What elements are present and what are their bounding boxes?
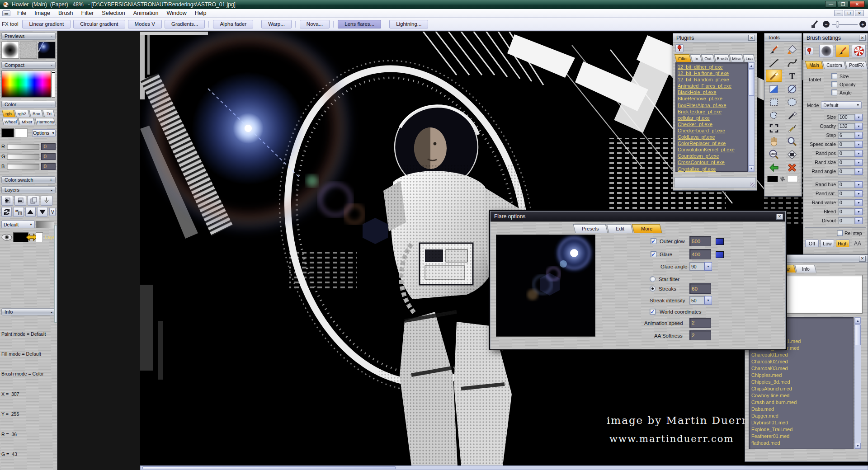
- brush-file-item[interactable]: Chippies.med: [751, 372, 851, 379]
- menu-image[interactable]: Image: [30, 9, 54, 17]
- glare-checkbox[interactable]: [651, 251, 656, 257]
- tool-zoom-100[interactable]: 100: [766, 148, 782, 160]
- plugin-item[interactable]: BoxFilterAlpha_pf.exe: [678, 102, 745, 108]
- plugins-tab-in[interactable]: In: [690, 54, 702, 62]
- minimize-button[interactable]: —: [825, 1, 837, 8]
- child-restore-button[interactable]: ❒: [844, 10, 854, 16]
- scroll-up-icon[interactable]: ▲: [855, 318, 861, 324]
- rel-step-checkbox[interactable]: [837, 230, 843, 236]
- tool-paint-brush[interactable]: [766, 43, 782, 56]
- flare-dialog-close-icon[interactable]: ✕: [776, 214, 783, 220]
- pin-icon[interactable]: [675, 44, 684, 52]
- quality-low-button[interactable]: Low: [821, 240, 834, 247]
- child-minimize-button[interactable]: —: [834, 10, 843, 16]
- panel-scrollbar[interactable]: [54, 225, 57, 323]
- menu-filter[interactable]: Filter: [77, 9, 98, 17]
- brush-file-item[interactable]: Dagger.med: [751, 413, 851, 419]
- tool-ellipse[interactable]: [784, 83, 800, 95]
- plugins-tab-brush[interactable]: Brush: [714, 54, 730, 62]
- brush-file-item[interactable]: Featherer01.med: [751, 433, 851, 440]
- scroll-up-icon[interactable]: ▲: [749, 63, 754, 69]
- plugins-tab-filter[interactable]: Filter: [675, 54, 691, 62]
- plugins-titlebar[interactable]: Plugins ✕: [673, 33, 757, 42]
- color-collapse[interactable]: -: [51, 102, 52, 107]
- streaks-value[interactable]: 60: [689, 283, 711, 294]
- color-tab-tri[interactable]: Tri: [42, 110, 55, 117]
- tool-move[interactable]: [784, 148, 800, 160]
- layer-visibility-eye-icon[interactable]: [1, 234, 12, 241]
- plugin-item[interactable]: ColdLava_pf.exe: [678, 134, 745, 140]
- rand-angle-value[interactable]: 0: [838, 168, 855, 175]
- brush-tip-preview[interactable]: [1, 42, 19, 59]
- plugin-item[interactable]: BlueRemove_pf.exe: [678, 95, 745, 102]
- brush-file-item[interactable]: Crash and burn.med: [751, 399, 851, 406]
- brush-file-item[interactable]: Cowboy line.med: [751, 392, 851, 399]
- plugins-tab-lua[interactable]: Lua: [743, 54, 755, 62]
- tool-eyedropper[interactable]: [784, 122, 800, 134]
- tool-fx-brush[interactable]: [766, 70, 782, 82]
- pen-pressure-icon[interactable]: [810, 19, 820, 29]
- r-value[interactable]: 0: [41, 143, 56, 150]
- plugin-item[interactable]: Countdown_pf.exe: [678, 153, 745, 159]
- color-swatch-header[interactable]: Color swatch +: [1, 176, 56, 183]
- close-button[interactable]: ✕: [849, 1, 865, 8]
- rand-size-dropdown-icon[interactable]: [855, 159, 863, 166]
- tablet-angle-checkbox[interactable]: [831, 89, 837, 95]
- rand-hue-dropdown-icon[interactable]: [855, 181, 863, 188]
- zoom-in-button[interactable]: +: [859, 21, 866, 28]
- brush-file-item[interactable]: Chippies_3d.med: [751, 379, 851, 385]
- add-layer-button[interactable]: [1, 196, 13, 206]
- color-options-button[interactable]: Options▼: [32, 129, 56, 137]
- layer-up-button[interactable]: [25, 207, 36, 217]
- bleed-dropdown-icon[interactable]: [855, 208, 863, 215]
- rand-value-dropdown-icon[interactable]: [855, 199, 863, 206]
- tool-rect-select[interactable]: [766, 96, 782, 108]
- menu-brush[interactable]: Brush: [54, 9, 77, 17]
- opacity-value[interactable]: 132: [838, 123, 855, 130]
- speed-scale-value[interactable]: 0: [838, 141, 855, 148]
- tools-secondary-swatch[interactable]: [787, 176, 798, 182]
- remove-layer-button[interactable]: [14, 196, 26, 206]
- toolbar-nova[interactable]: Nova...: [300, 20, 330, 28]
- layer-down-button[interactable]: [37, 207, 47, 217]
- toolbar-modes[interactable]: Modes V: [128, 20, 162, 28]
- toolbar-gradients[interactable]: Gradients...: [165, 20, 205, 28]
- outer-glow-value[interactable]: 500: [689, 236, 711, 246]
- tool-text[interactable]: T: [784, 70, 800, 82]
- glare-color-swatch[interactable]: [716, 251, 724, 258]
- flare-tab-presets[interactable]: Presets: [573, 224, 608, 233]
- brush-settings-titlebar[interactable]: Brush settings ✕: [803, 33, 868, 42]
- brush-tip-button[interactable]: [819, 45, 833, 57]
- color-tab-rgb2[interactable]: rgb2: [14, 110, 30, 117]
- size-value[interactable]: 100: [838, 114, 855, 121]
- tool-zoom[interactable]: [784, 135, 800, 147]
- previews-header[interactable]: Previews -: [1, 33, 56, 40]
- color-tab-box[interactable]: Box: [29, 110, 43, 117]
- tool-line[interactable]: [766, 56, 782, 69]
- rand-pos-dropdown-icon[interactable]: [855, 150, 863, 157]
- merge-down-button[interactable]: [41, 196, 52, 206]
- plugin-item[interactable]: Animated_Flares_pf.exe: [678, 83, 745, 89]
- secondary-color-swatch[interactable]: [15, 128, 28, 137]
- hscrollbar-thumb[interactable]: [142, 466, 396, 469]
- speed-scale-dropdown-icon[interactable]: [855, 141, 863, 148]
- brush-tab-custom[interactable]: Custom: [822, 61, 846, 69]
- streaks-radio[interactable]: [650, 286, 656, 291]
- brush-mode-dropdown[interactable]: Default▼: [821, 101, 862, 109]
- plugin-item[interactable]: BlackHole_pf.exe: [678, 89, 745, 95]
- menu-animation[interactable]: Animation: [129, 9, 163, 17]
- brush-files-scrollbar[interactable]: ▲ ▼: [854, 317, 861, 449]
- color-tab-rgb[interactable]: rgb: [2, 110, 15, 117]
- image-preview[interactable]: [38, 42, 56, 59]
- app-icon[interactable]: [2, 1, 9, 8]
- rand-size-value[interactable]: 0: [838, 159, 855, 166]
- tablet-size-checkbox[interactable]: [831, 73, 837, 79]
- zoom-out-button[interactable]: −: [823, 21, 830, 28]
- brush-tab-main[interactable]: Main: [805, 61, 823, 69]
- dryout-value[interactable]: 0: [838, 217, 855, 224]
- previews-collapse[interactable]: -: [51, 33, 52, 39]
- bleed-value[interactable]: 0: [838, 208, 855, 215]
- tool-crop-frame[interactable]: [766, 122, 782, 134]
- paper-texture-preview[interactable]: [20, 42, 38, 59]
- brush-file-item[interactable]: Dabs.med: [751, 406, 851, 413]
